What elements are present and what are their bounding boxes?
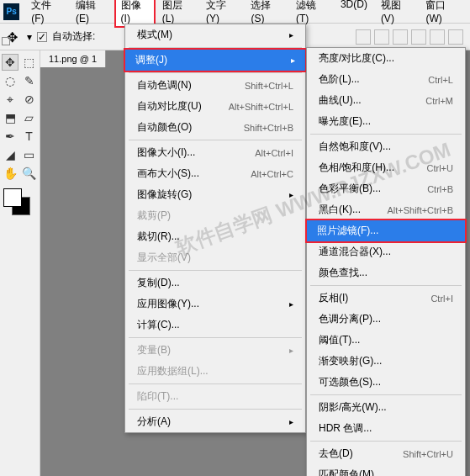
- menu-item-label: 变量(B): [137, 343, 171, 357]
- align-icon[interactable]: [356, 29, 371, 45]
- menu-item-自动色调N[interactable]: 自动色调(N)Shift+Ctrl+L: [125, 75, 305, 96]
- align-icon[interactable]: [393, 29, 408, 45]
- separator: [129, 72, 302, 73]
- menu-文件F[interactable]: 文件(F): [24, 0, 69, 28]
- menu-item-label: 阈值(T)...: [319, 333, 360, 347]
- menu-item-label: 色彩平衡(B)...: [319, 182, 381, 196]
- menu-编辑E[interactable]: 编辑(E): [69, 0, 114, 28]
- tool-8[interactable]: ✒: [2, 128, 18, 145]
- menu-3DD[interactable]: 3D(D): [334, 0, 374, 28]
- menu-item-阴影/高光W[interactable]: 阴影/高光(W)...: [307, 397, 465, 418]
- menu-视图V[interactable]: 视图(V): [374, 0, 420, 28]
- tool-2[interactable]: ◌: [2, 72, 18, 89]
- menu-item-模式M[interactable]: 模式(M): [125, 24, 305, 45]
- menu-item-label: 照片滤镜(F)...: [317, 224, 378, 238]
- menu-item-色阶L[interactable]: 色阶(L)...Ctrl+L: [307, 69, 465, 90]
- menu-item-自动颜色O[interactable]: 自动颜色(O)Shift+Ctrl+B: [125, 117, 305, 138]
- tool-7[interactable]: ▱: [21, 109, 38, 126]
- menu-item-图像大小I[interactable]: 图像大小(I)...Alt+Ctrl+I: [125, 142, 305, 163]
- menu-item-label: 色调分离(P)...: [319, 312, 381, 326]
- tool-10[interactable]: ◢: [2, 146, 18, 163]
- menu-item-反相I[interactable]: 反相(I)Ctrl+I: [307, 288, 465, 309]
- auto-select-checkbox[interactable]: ✓: [37, 32, 47, 42]
- foreground-swatch[interactable]: [3, 188, 22, 207]
- toolbox: ✥⬚◌✎⌖⊘⬒▱✒T◢▭✋🔍: [0, 50, 40, 476]
- separator: [129, 337, 302, 338]
- menu-item-色相/饱和度H[interactable]: 色相/饱和度(H)...Ctrl+U: [307, 157, 465, 178]
- menu-item-复制D[interactable]: 复制(D)...: [125, 272, 305, 294]
- menu-item-照片滤镜F[interactable]: 照片滤镜(F)...: [305, 219, 467, 243]
- image-menu-dropdown: 模式(M)调整(J)自动色调(N)Shift+Ctrl+L自动对比度(U)Alt…: [124, 24, 306, 433]
- menu-item-色调分离P[interactable]: 色调分离(P)...: [307, 309, 465, 330]
- tool-12[interactable]: ✋: [2, 165, 18, 182]
- tool-3[interactable]: ✎: [21, 72, 38, 89]
- menu-item-变量B: 变量(B): [125, 340, 305, 361]
- menu-item-label: HDR 色调...: [319, 421, 372, 436]
- menu-item-label: 色阶(L)...: [319, 72, 360, 87]
- tool-6[interactable]: ⬒: [2, 109, 18, 126]
- menu-item-通道混合器X[interactable]: 通道混合器(X)...: [307, 241, 465, 262]
- shortcut-label: Shift+Ctrl+L: [245, 81, 293, 91]
- menu-item-label: 裁剪(P): [137, 209, 171, 223]
- tool-13[interactable]: 🔍: [21, 165, 38, 182]
- shortcut-label: Ctrl+B: [427, 184, 453, 194]
- shortcut-label: Alt+Shift+Ctrl+L: [229, 102, 293, 112]
- menu-item-自动对比度U[interactable]: 自动对比度(U)Alt+Shift+Ctrl+L: [125, 96, 305, 117]
- menu-item-label: 曝光度(E)...: [319, 114, 371, 129]
- tool-1[interactable]: ⬚: [21, 54, 38, 71]
- menu-item-可选颜色S[interactable]: 可选颜色(S)...: [307, 372, 465, 393]
- color-swatches[interactable]: [2, 188, 38, 219]
- menu-item-阈值T[interactable]: 阈值(T)...: [307, 330, 465, 351]
- menu-item-渐变映射G[interactable]: 渐变映射(G)...: [307, 351, 465, 372]
- menu-item-分析A[interactable]: 分析(A): [125, 411, 305, 432]
- shortcut-label: Alt+Ctrl+C: [251, 169, 293, 179]
- separator: [310, 134, 462, 135]
- menu-item-黑白K[interactable]: 黑白(K)...Alt+Shift+Ctrl+B: [307, 199, 465, 220]
- menu-item-色彩平衡B[interactable]: 色彩平衡(B)...Ctrl+B: [307, 178, 465, 199]
- menu-item-label: 调整(J): [135, 53, 167, 67]
- shortcut-label: Alt+Shift+Ctrl+B: [387, 205, 453, 215]
- menu-item-去色D[interactable]: 去色(D)Shift+Ctrl+U: [307, 443, 465, 464]
- tool-11[interactable]: ▭: [21, 146, 38, 163]
- menu-item-label: 黑白(K)...: [319, 203, 361, 217]
- shortcut-label: Ctrl+I: [430, 294, 453, 304]
- separator: [310, 441, 462, 442]
- align-icon[interactable]: [448, 29, 463, 45]
- menu-item-应用图像Y[interactable]: 应用图像(Y)...: [125, 294, 305, 315]
- tool-0[interactable]: ✥: [2, 54, 18, 71]
- menu-item-图像旋转G[interactable]: 图像旋转(G): [125, 184, 305, 205]
- shortcut-label: Ctrl+L: [428, 75, 453, 85]
- document-tab[interactable]: 11.png @ 1: [40, 50, 106, 67]
- menu-item-label: 曲线(U)...: [319, 93, 362, 108]
- menu-item-label: 分析(A): [137, 415, 171, 429]
- adjustments-submenu: 亮度/对比度(C)...色阶(L)...Ctrl+L曲线(U)...Ctrl+M…: [306, 47, 466, 476]
- tool-4[interactable]: ⌖: [2, 91, 18, 108]
- menu-item-计算C[interactable]: 计算(C)...: [125, 315, 305, 336]
- menu-item-HDR 色调[interactable]: HDR 色调...: [307, 418, 465, 439]
- menu-item-label: 自动颜色(O): [137, 120, 192, 135]
- separator: [310, 394, 462, 395]
- menu-item-画布大小S[interactable]: 画布大小(S)...Alt+Ctrl+C: [125, 163, 305, 184]
- menu-item-裁剪P: 裁剪(P): [125, 205, 305, 226]
- align-icon[interactable]: [430, 29, 445, 45]
- menu-item-label: 自动色调(N): [137, 78, 192, 93]
- menu-窗口W[interactable]: 窗口(W): [419, 0, 467, 28]
- menu-item-裁切R[interactable]: 裁切(R)...: [125, 226, 305, 247]
- menu-item-调整J[interactable]: 调整(J): [124, 48, 307, 72]
- menu-item-label: 渐变映射(G)...: [319, 354, 382, 368]
- align-icon[interactable]: [374, 29, 389, 45]
- menu-item-自然饱和度V[interactable]: 自然饱和度(V)...: [307, 136, 465, 157]
- separator: [310, 285, 462, 286]
- align-icon[interactable]: [411, 29, 426, 45]
- tool-9[interactable]: T: [21, 128, 38, 145]
- menu-item-颜色查找[interactable]: 颜色查找...: [307, 262, 465, 283]
- quickmask-icon[interactable]: [2, 37, 10, 45]
- menu-item-label: 应用数据组(L)...: [137, 364, 209, 378]
- menu-item-曝光度E[interactable]: 曝光度(E)...: [307, 111, 465, 132]
- dropdown-arrow-icon[interactable]: ▾: [27, 31, 32, 43]
- menu-item-匹配颜色M[interactable]: 匹配颜色(M)...: [307, 464, 465, 476]
- menu-item-label: 复制(D)...: [137, 276, 180, 290]
- menu-item-曲线U[interactable]: 曲线(U)...Ctrl+M: [307, 90, 465, 111]
- menu-item-亮度/对比度C[interactable]: 亮度/对比度(C)...: [307, 48, 465, 69]
- tool-5[interactable]: ⊘: [21, 91, 38, 108]
